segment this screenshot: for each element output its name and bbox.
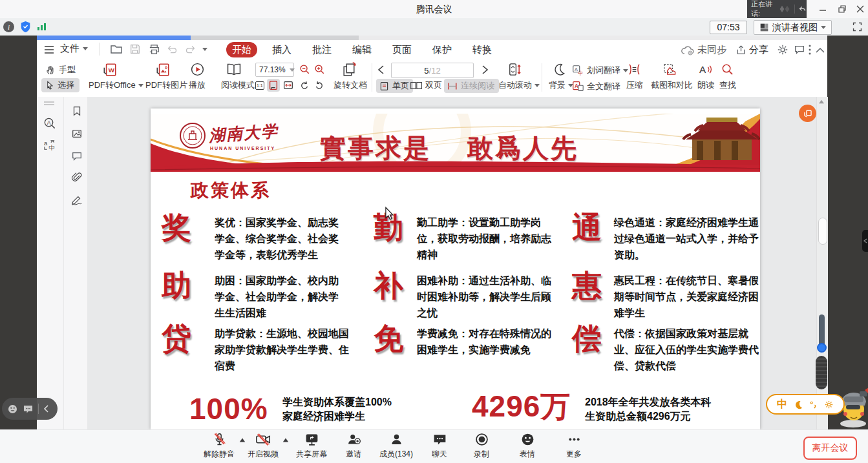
share-button[interactable]: 分享 [736, 44, 768, 56]
ime-moon-icon[interactable] [794, 400, 803, 409]
snapshot-compare-button[interactable]: 截图和对比 [651, 79, 693, 91]
collapse-pill-icon[interactable] [43, 405, 49, 413]
play-button[interactable]: 播放 [189, 79, 206, 91]
print-icon[interactable] [148, 43, 160, 56]
emoji-quick-icon[interactable] [7, 404, 18, 415]
scroll-up-arrow[interactable] [819, 100, 824, 104]
members-button[interactable]: 成员(134) [376, 432, 417, 460]
security-shield-icon[interactable] [20, 21, 31, 33]
ime-punctuation-icon[interactable] [809, 400, 818, 409]
hamburger-icon[interactable] [44, 45, 54, 54]
compress-button[interactable]: 压缩 [626, 79, 643, 91]
fullscreen-icon[interactable] [852, 21, 863, 32]
unmute-button[interactable]: 解除静音 [198, 432, 240, 460]
attachment-paperclip-icon[interactable] [71, 172, 83, 183]
close-button[interactable] [851, 0, 868, 18]
divider [99, 43, 100, 56]
background-button[interactable]: 背景 [549, 79, 573, 91]
settings-gear-icon[interactable] [777, 44, 789, 56]
file-menu[interactable]: 文件 [60, 43, 88, 55]
word-translate-button[interactable]: 划词翻译 [571, 64, 628, 77]
auto-scroll-button[interactable]: 自动滚动 [498, 79, 540, 91]
start-video-button[interactable]: 开启视频 [242, 432, 284, 460]
word-translate-label: 划词翻译 [587, 65, 620, 76]
share-screen-button[interactable]: 共享屏幕 [291, 432, 332, 460]
zoom-level-select[interactable]: 77.13% [255, 63, 294, 77]
kebab-menu-icon[interactable] [808, 44, 812, 56]
open-file-icon[interactable] [110, 43, 123, 56]
ime-language-indicator[interactable]: 中 [777, 398, 787, 411]
wps-assistant-bubble[interactable] [799, 105, 816, 122]
view-mode-button[interactable]: 演讲者视图 [754, 20, 832, 35]
sidebar-translate-icon[interactable] [43, 138, 56, 152]
image-annotation-icon[interactable] [71, 128, 83, 139]
tab-home[interactable]: 开始 [226, 42, 257, 57]
fit-page-button[interactable] [267, 79, 280, 92]
search-in-document-icon[interactable] [43, 116, 56, 130]
pdf-to-image-icon [155, 62, 171, 77]
collapsed-toolbar-handle[interactable] [816, 356, 827, 389]
pdf-to-office-button[interactable]: PDF转Office [89, 79, 143, 91]
collapse-ribbon-icon[interactable] [816, 47, 825, 53]
zoom-in-icon[interactable] [313, 63, 325, 75]
full-translate-button[interactable]: 全文翻译 [571, 80, 620, 93]
feedback-comment-icon[interactable] [794, 44, 805, 56]
undo-icon[interactable] [167, 44, 178, 55]
select-tool[interactable]: 选择 [41, 78, 79, 92]
tab-page[interactable]: 页面 [386, 42, 418, 57]
edge-flyout-tab[interactable] [862, 230, 868, 252]
read-aloud-button[interactable]: 朗读 [697, 79, 714, 91]
zoom-out-icon[interactable] [299, 63, 310, 75]
hand-tool[interactable]: 手型 [45, 64, 76, 76]
unmute-label: 解除静音 [204, 449, 235, 460]
annotation-slider[interactable] [819, 314, 825, 347]
page-fit-controls: 1:1 [255, 79, 294, 92]
pdf-to-image-button[interactable]: PDF转图片 [145, 79, 187, 91]
actual-size-button[interactable]: 1:1 [255, 81, 264, 90]
active-document-tab[interactable] [37, 36, 191, 40]
rotate-right-icon[interactable] [313, 80, 325, 92]
tab-convert[interactable]: 转换 [467, 42, 498, 57]
reading-mode-button[interactable]: 阅读模式 [221, 79, 255, 91]
signature-pen-icon[interactable] [70, 194, 83, 206]
scrollbar-thumb[interactable] [818, 218, 827, 245]
network-signal-icon[interactable] [37, 23, 46, 30]
sync-status[interactable]: 未同步 [681, 44, 726, 56]
page-number-box[interactable]: 5 /12 [391, 63, 474, 78]
policy-item: 惠 [572, 271, 602, 301]
bookmark-icon[interactable] [71, 105, 83, 117]
fit-width-icon[interactable] [282, 79, 294, 91]
rotate-document-button[interactable]: 旋转文档 [333, 79, 367, 91]
chat-quick-icon[interactable] [23, 404, 34, 415]
record-button[interactable]: 录制 [461, 432, 502, 460]
comment-annotation-icon[interactable] [71, 150, 83, 162]
leave-meeting-button[interactable]: 离开会议 [803, 437, 857, 460]
previous-page-icon[interactable] [377, 65, 385, 74]
minimize-button[interactable] [813, 0, 832, 18]
continuous-reading-button[interactable]: 连续阅读 [444, 79, 499, 93]
more-button[interactable]: 更多 [553, 432, 595, 460]
redo-icon[interactable] [185, 44, 196, 55]
save-icon[interactable] [129, 43, 141, 55]
rotate-left-icon[interactable] [299, 80, 310, 92]
sidebar-drag-handle-icon[interactable] [43, 101, 55, 106]
tab-annotate[interactable]: 批注 [306, 42, 337, 57]
tab-protect[interactable]: 保护 [427, 42, 458, 57]
annotation-slider-knob[interactable] [817, 343, 827, 353]
emoji-button[interactable]: 表情 [507, 432, 548, 460]
find-button[interactable]: 查找 [719, 79, 736, 91]
stat-desc-line: 2018年全年共发放各类本科 [585, 395, 712, 409]
ime-settings-gear-icon[interactable] [824, 400, 834, 409]
video-options-caret[interactable] [283, 438, 289, 442]
tab-edit[interactable]: 编辑 [346, 42, 377, 57]
info-icon[interactable]: i [3, 21, 14, 32]
back-arrow-icon[interactable] [798, 5, 807, 14]
chat-button[interactable]: 聊天 [419, 432, 460, 460]
restore-button[interactable] [832, 0, 852, 18]
single-page-button[interactable]: 单页 [376, 79, 413, 93]
next-page-icon[interactable] [481, 65, 489, 74]
quick-tools-chevron-icon[interactable] [202, 48, 207, 51]
invite-button[interactable]: 邀请 [333, 432, 374, 460]
policy-item: 助 [162, 271, 191, 301]
tab-insert[interactable]: 插入 [266, 42, 297, 57]
